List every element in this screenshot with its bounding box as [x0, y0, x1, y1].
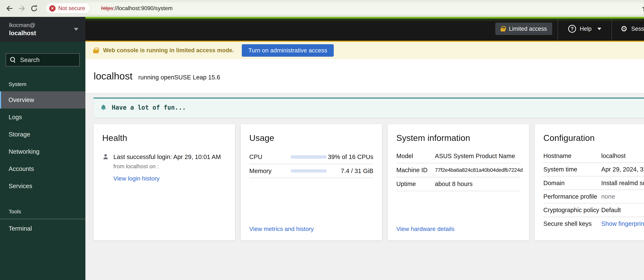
model-row: Model ASUS System Product Name — [396, 149, 520, 163]
overview-content: Have a lot of fun... Health Last success… — [86, 93, 644, 280]
back-arrow-icon — [6, 5, 13, 12]
view-login-history-link[interactable]: View login history — [113, 175, 160, 182]
limited-access-message: Web console is running in limited access… — [103, 47, 234, 54]
turn-on-admin-access-button[interactable]: Turn on administrative access — [242, 44, 334, 57]
gear-icon: ⚙ — [620, 25, 628, 33]
last-login-text: Last successful login: Apr 29, 10:01 AM — [113, 154, 221, 160]
forward-button[interactable] — [16, 2, 28, 14]
bell-icon — [100, 104, 107, 111]
memory-usage-row: Memory 7.4 / 31 GiB — [249, 164, 373, 178]
security-label: Not secure — [58, 5, 85, 11]
sidebar-item-terminal[interactable]: Terminal — [0, 220, 86, 237]
crypto-policy-row: Cryptographic policy Default — [543, 203, 644, 217]
search-icon — [10, 57, 16, 63]
crypto-policy-label: Cryptographic policy — [543, 207, 601, 214]
sidebar-item-accounts[interactable]: Accounts — [0, 160, 86, 178]
masthead: Limited access ? Help ⚙ Sess — [86, 17, 644, 42]
sidebar-search[interactable] — [6, 53, 80, 66]
masthead-row: lkocman@ localhost Limited access ? Help… — [0, 17, 644, 42]
chevron-down-icon — [74, 28, 78, 31]
cpu-progress-bar — [291, 155, 327, 158]
help-menu-button[interactable]: ? Help — [558, 25, 612, 33]
sidebar-item-logs[interactable]: Logs — [0, 109, 86, 126]
model-label: Model — [396, 153, 435, 160]
host-switcher-labels: lkocman@ localhost — [9, 22, 36, 37]
domain-row: Domain Install realmd suppo — [543, 176, 644, 190]
motd-banner: Have a lot of fun... — [94, 98, 644, 118]
ssh-keys-row: Secure shell keys Show fingerprints — [543, 217, 644, 231]
screen: ✕ Not secure https://localhost:9090/syst… — [0, 0, 644, 280]
limited-access-label: Limited access — [509, 25, 547, 32]
sidebar-item-overview[interactable]: Overview — [0, 91, 86, 109]
lock-icon — [93, 49, 98, 53]
bookmark-star-icon[interactable] — [642, 5, 644, 12]
browser-toolbar: ✕ Not secure https://localhost:9090/syst… — [0, 0, 644, 17]
host-switcher[interactable]: lkocman@ localhost — [0, 17, 86, 42]
limited-access-button[interactable]: Limited access — [495, 22, 552, 35]
view-hardware-details-link[interactable]: View hardware details — [396, 226, 454, 232]
limited-access-banner: Web console is running in limited access… — [86, 42, 644, 59]
machine-id-value: 77f2e4ba6a824c81a40b04dedfb7224d — [435, 167, 523, 173]
hostname-row: Hostname localhost — [543, 149, 644, 163]
refresh-button[interactable] — [28, 2, 40, 14]
forward-arrow-icon — [18, 5, 25, 12]
question-circle-icon: ? — [568, 25, 576, 33]
cards-row: Health Last successful login: Apr 29, 10… — [94, 124, 644, 240]
search-input[interactable] — [20, 56, 75, 63]
page-subtitle-os: running openSUSE Leap 15.6 — [138, 74, 220, 81]
security-chip[interactable]: ✕ Not secure — [46, 3, 90, 13]
system-time-row: System time Apr 29, 2024, 3:24 P — [543, 163, 644, 176]
performance-profile-row: Performance profile none — [543, 190, 644, 203]
sidebar-item-networking[interactable]: Networking — [0, 143, 86, 160]
url-rest: ://localhost:9090/system — [113, 5, 172, 11]
health-card: Health Last successful login: Apr 29, 10… — [94, 124, 235, 240]
system-information-card: System information Model ASUS System Pro… — [388, 124, 529, 240]
system-time-label: System time — [543, 166, 601, 173]
domain-label: Domain — [543, 180, 601, 187]
uptime-value: about 8 hours — [435, 181, 473, 187]
session-menu-button[interactable]: ⚙ Sess — [612, 25, 644, 33]
back-button[interactable] — [3, 2, 16, 14]
motd-text: Have a lot of fun... — [112, 104, 186, 111]
sidebar-item-storage[interactable]: Storage — [0, 126, 86, 143]
ssh-keys-label: Secure shell keys — [543, 220, 601, 227]
chevron-down-icon — [598, 28, 601, 30]
uptime-label: Uptime — [396, 181, 435, 187]
brand-green-strip — [86, 17, 644, 18]
machine-id-row: Machine ID 77f2e4ba6a824c81a40b04dedfb72… — [396, 163, 520, 177]
address-bar[interactable]: ✕ Not secure https://localhost:9090/syst… — [45, 2, 644, 14]
url-text: https://localhost:9090/system — [101, 5, 172, 11]
lock-icon — [500, 28, 505, 31]
not-secure-icon: ✕ — [49, 5, 56, 11]
health-login-info: Last successful login: Apr 29, 10:01 AM … — [113, 154, 221, 182]
memory-progress-bar — [291, 169, 327, 173]
performance-profile-value: none — [601, 193, 615, 200]
session-label: Sess — [631, 25, 644, 32]
hostname-label: Hostname — [543, 152, 601, 159]
cpu-label: CPU — [249, 154, 291, 160]
performance-profile-label: Performance profile — [543, 193, 601, 200]
login-origin-text: from localhost on : — [113, 163, 221, 170]
refresh-icon — [30, 5, 38, 12]
crypto-policy-value: Default — [601, 207, 621, 214]
usage-card-title: Usage — [249, 133, 373, 143]
sidebar-item-services[interactable]: Services — [0, 178, 86, 195]
configuration-title: Configuration — [543, 133, 644, 143]
url-scheme: https — [101, 5, 113, 11]
view-metrics-link[interactable]: View metrics and history — [249, 226, 314, 232]
uptime-row: Uptime about 8 hours — [396, 177, 520, 191]
host-name: localhost — [9, 30, 36, 37]
health-card-title: Health — [102, 133, 226, 143]
sidebar-section-tools: Tools — [8, 209, 86, 215]
host-user: lkocman@ — [9, 22, 36, 28]
user-icon — [102, 154, 109, 182]
domain-value: Install realmd suppo — [601, 180, 644, 187]
configuration-card: Configuration Hostname localhost System … — [535, 124, 644, 240]
page-header: localhost running openSUSE Leap 15.6 — [86, 59, 644, 93]
page-title-hostname: localhost — [94, 70, 132, 82]
system-time-value: Apr 29, 2024, 3:24 P — [601, 166, 644, 173]
cpu-usage-row: CPU 39% of 16 CPUs — [249, 150, 373, 164]
sidebar-section-system: System — [8, 81, 86, 87]
sidebar-divider — [0, 219, 86, 219]
show-fingerprints-link[interactable]: Show fingerprints — [601, 220, 644, 227]
